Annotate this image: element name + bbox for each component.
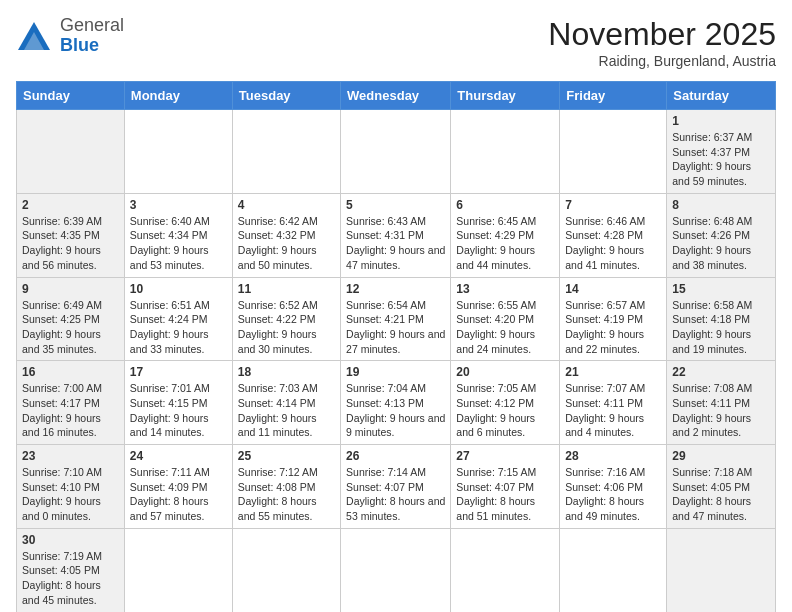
calendar-cell: 5Sunrise: 6:43 AM Sunset: 4:31 PM Daylig… [341, 193, 451, 277]
calendar-cell: 28Sunrise: 7:16 AM Sunset: 4:06 PM Dayli… [560, 445, 667, 529]
day-info: Sunrise: 7:19 AM Sunset: 4:05 PM Dayligh… [22, 549, 119, 608]
calendar-week-row: 23Sunrise: 7:10 AM Sunset: 4:10 PM Dayli… [17, 445, 776, 529]
calendar-week-row: 2Sunrise: 6:39 AM Sunset: 4:35 PM Daylig… [17, 193, 776, 277]
day-number: 28 [565, 449, 661, 463]
title-area: November 2025 Raiding, Burgenland, Austr… [548, 16, 776, 69]
calendar-cell [560, 528, 667, 612]
calendar-cell: 11Sunrise: 6:52 AM Sunset: 4:22 PM Dayli… [232, 277, 340, 361]
day-info: Sunrise: 7:00 AM Sunset: 4:17 PM Dayligh… [22, 381, 119, 440]
calendar-cell: 21Sunrise: 7:07 AM Sunset: 4:11 PM Dayli… [560, 361, 667, 445]
day-number: 2 [22, 198, 119, 212]
calendar-cell: 15Sunrise: 6:58 AM Sunset: 4:18 PM Dayli… [667, 277, 776, 361]
day-info: Sunrise: 6:43 AM Sunset: 4:31 PM Dayligh… [346, 214, 445, 273]
day-info: Sunrise: 6:57 AM Sunset: 4:19 PM Dayligh… [565, 298, 661, 357]
calendar-cell [451, 528, 560, 612]
day-number: 30 [22, 533, 119, 547]
calendar-cell: 17Sunrise: 7:01 AM Sunset: 4:15 PM Dayli… [124, 361, 232, 445]
day-info: Sunrise: 6:48 AM Sunset: 4:26 PM Dayligh… [672, 214, 770, 273]
calendar-cell: 23Sunrise: 7:10 AM Sunset: 4:10 PM Dayli… [17, 445, 125, 529]
day-info: Sunrise: 6:46 AM Sunset: 4:28 PM Dayligh… [565, 214, 661, 273]
calendar-week-row: 9Sunrise: 6:49 AM Sunset: 4:25 PM Daylig… [17, 277, 776, 361]
calendar-cell: 25Sunrise: 7:12 AM Sunset: 4:08 PM Dayli… [232, 445, 340, 529]
day-info: Sunrise: 7:08 AM Sunset: 4:11 PM Dayligh… [672, 381, 770, 440]
day-info: Sunrise: 6:45 AM Sunset: 4:29 PM Dayligh… [456, 214, 554, 273]
day-number: 22 [672, 365, 770, 379]
day-info: Sunrise: 7:15 AM Sunset: 4:07 PM Dayligh… [456, 465, 554, 524]
day-number: 23 [22, 449, 119, 463]
calendar-table: SundayMondayTuesdayWednesdayThursdayFrid… [16, 81, 776, 612]
calendar-cell [667, 528, 776, 612]
day-info: Sunrise: 6:58 AM Sunset: 4:18 PM Dayligh… [672, 298, 770, 357]
day-number: 14 [565, 282, 661, 296]
calendar-week-row: 30Sunrise: 7:19 AM Sunset: 4:05 PM Dayli… [17, 528, 776, 612]
logo: General Blue [16, 16, 124, 56]
calendar-cell: 26Sunrise: 7:14 AM Sunset: 4:07 PM Dayli… [341, 445, 451, 529]
calendar-cell: 3Sunrise: 6:40 AM Sunset: 4:34 PM Daylig… [124, 193, 232, 277]
weekday-header-tuesday: Tuesday [232, 82, 340, 110]
calendar-cell: 14Sunrise: 6:57 AM Sunset: 4:19 PM Dayli… [560, 277, 667, 361]
calendar-cell: 22Sunrise: 7:08 AM Sunset: 4:11 PM Dayli… [667, 361, 776, 445]
day-number: 18 [238, 365, 335, 379]
calendar-cell: 4Sunrise: 6:42 AM Sunset: 4:32 PM Daylig… [232, 193, 340, 277]
day-number: 20 [456, 365, 554, 379]
calendar-week-row: 1Sunrise: 6:37 AM Sunset: 4:37 PM Daylig… [17, 110, 776, 194]
calendar-cell [124, 528, 232, 612]
logo-blue: Blue [60, 36, 124, 56]
day-number: 9 [22, 282, 119, 296]
day-info: Sunrise: 6:52 AM Sunset: 4:22 PM Dayligh… [238, 298, 335, 357]
calendar-cell: 6Sunrise: 6:45 AM Sunset: 4:29 PM Daylig… [451, 193, 560, 277]
calendar-cell: 16Sunrise: 7:00 AM Sunset: 4:17 PM Dayli… [17, 361, 125, 445]
day-info: Sunrise: 6:51 AM Sunset: 4:24 PM Dayligh… [130, 298, 227, 357]
day-info: Sunrise: 7:05 AM Sunset: 4:12 PM Dayligh… [456, 381, 554, 440]
logo-icon [16, 18, 52, 54]
logo-general: General [60, 16, 124, 36]
day-info: Sunrise: 7:07 AM Sunset: 4:11 PM Dayligh… [565, 381, 661, 440]
calendar-cell: 1Sunrise: 6:37 AM Sunset: 4:37 PM Daylig… [667, 110, 776, 194]
calendar-cell [341, 110, 451, 194]
day-number: 13 [456, 282, 554, 296]
day-number: 1 [672, 114, 770, 128]
day-number: 26 [346, 449, 445, 463]
day-info: Sunrise: 7:14 AM Sunset: 4:07 PM Dayligh… [346, 465, 445, 524]
calendar-cell: 20Sunrise: 7:05 AM Sunset: 4:12 PM Dayli… [451, 361, 560, 445]
weekday-header-friday: Friday [560, 82, 667, 110]
calendar-cell: 8Sunrise: 6:48 AM Sunset: 4:26 PM Daylig… [667, 193, 776, 277]
weekday-header-wednesday: Wednesday [341, 82, 451, 110]
location-subtitle: Raiding, Burgenland, Austria [548, 53, 776, 69]
calendar-cell: 29Sunrise: 7:18 AM Sunset: 4:05 PM Dayli… [667, 445, 776, 529]
calendar-cell [341, 528, 451, 612]
day-number: 11 [238, 282, 335, 296]
day-number: 16 [22, 365, 119, 379]
weekday-header-sunday: Sunday [17, 82, 125, 110]
weekday-header-row: SundayMondayTuesdayWednesdayThursdayFrid… [17, 82, 776, 110]
day-info: Sunrise: 7:01 AM Sunset: 4:15 PM Dayligh… [130, 381, 227, 440]
calendar-cell: 9Sunrise: 6:49 AM Sunset: 4:25 PM Daylig… [17, 277, 125, 361]
day-number: 5 [346, 198, 445, 212]
calendar-cell: 30Sunrise: 7:19 AM Sunset: 4:05 PM Dayli… [17, 528, 125, 612]
weekday-header-saturday: Saturday [667, 82, 776, 110]
day-info: Sunrise: 7:18 AM Sunset: 4:05 PM Dayligh… [672, 465, 770, 524]
calendar-cell: 19Sunrise: 7:04 AM Sunset: 4:13 PM Dayli… [341, 361, 451, 445]
calendar-cell: 10Sunrise: 6:51 AM Sunset: 4:24 PM Dayli… [124, 277, 232, 361]
weekday-header-thursday: Thursday [451, 82, 560, 110]
day-info: Sunrise: 7:11 AM Sunset: 4:09 PM Dayligh… [130, 465, 227, 524]
day-number: 8 [672, 198, 770, 212]
day-number: 25 [238, 449, 335, 463]
day-info: Sunrise: 6:54 AM Sunset: 4:21 PM Dayligh… [346, 298, 445, 357]
day-number: 3 [130, 198, 227, 212]
day-number: 6 [456, 198, 554, 212]
calendar-cell: 12Sunrise: 6:54 AM Sunset: 4:21 PM Dayli… [341, 277, 451, 361]
day-number: 4 [238, 198, 335, 212]
day-number: 21 [565, 365, 661, 379]
day-info: Sunrise: 6:40 AM Sunset: 4:34 PM Dayligh… [130, 214, 227, 273]
calendar-cell [560, 110, 667, 194]
day-number: 29 [672, 449, 770, 463]
calendar-cell [17, 110, 125, 194]
day-info: Sunrise: 7:16 AM Sunset: 4:06 PM Dayligh… [565, 465, 661, 524]
calendar-cell: 18Sunrise: 7:03 AM Sunset: 4:14 PM Dayli… [232, 361, 340, 445]
day-number: 15 [672, 282, 770, 296]
day-number: 10 [130, 282, 227, 296]
calendar-cell: 13Sunrise: 6:55 AM Sunset: 4:20 PM Dayli… [451, 277, 560, 361]
day-number: 7 [565, 198, 661, 212]
day-info: Sunrise: 7:12 AM Sunset: 4:08 PM Dayligh… [238, 465, 335, 524]
